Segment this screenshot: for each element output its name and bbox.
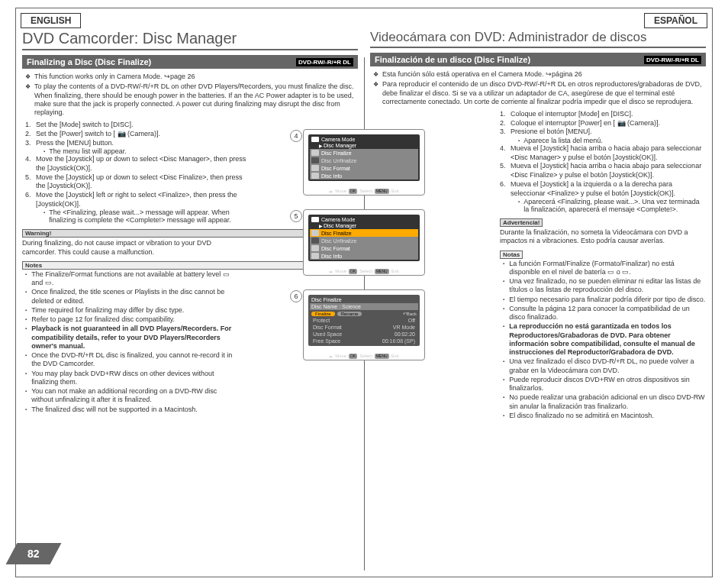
step4-en: Move the [Joystick] up or down to select… <box>36 155 246 173</box>
osd-screen-5: 5 Camera Mode Disc Manager Disc Finalize… <box>303 209 425 276</box>
note7-en: You may play back DVD+RW discs on other … <box>31 370 239 387</box>
step5-en: Move the [Joystick] up or down to select… <box>36 173 246 191</box>
intro-1-en: This function works only in Camera Mode.… <box>34 73 195 81</box>
callout-4: 4 <box>290 130 302 142</box>
camera-icon <box>311 217 319 222</box>
language-header: ENGLISH ESPAÑOL <box>16 8 712 30</box>
step2-es: Coloque el interruptor [Power] en [ 📷 (C… <box>511 119 660 128</box>
osd-finalize-head: Disc Finalize <box>310 296 418 303</box>
osd-screen-4: 4 Camera Mode Disc Manager Disc Finalize… <box>303 129 425 196</box>
osd-btn-finalize: Finalize <box>311 312 335 316</box>
step2-en: Set the [Power] switch to [ 📷 (Camera)]. <box>36 130 160 139</box>
intro-2-en: To play the contents of a DVD-RW/-R/+R D… <box>34 82 358 117</box>
note9-es: El disco finalizado no se admitirá en Ma… <box>509 412 654 420</box>
page-number: 82 <box>27 548 40 560</box>
note2-en: Once finalized, the title scenes or Play… <box>31 288 239 305</box>
lang-spanish: ESPAÑOL <box>644 13 707 28</box>
warning-text-en: During finalizing, do not cause impact o… <box>22 239 236 257</box>
section-bar-es: Finalización de un disco (Disc Finalize)… <box>370 53 706 66</box>
manual-page: ENGLISH ESPAÑOL DVD Camcorder: Disc Mana… <box>15 8 713 577</box>
note4-en: Refer to page 12 for finalized disc comp… <box>31 315 175 324</box>
osd-btn-back: ↶Back <box>403 311 417 316</box>
osd-stack: 4 Camera Mode Disc Manager Disc Finalize… <box>303 129 425 360</box>
note3-es: El tiempo necesario para finalizar podrí… <box>509 296 705 304</box>
intro-2-es: Para reproducir el contenido de un disco… <box>382 80 706 106</box>
step6sub-es: Aparecerá <Finalizing, please wait...>. … <box>523 198 706 213</box>
osd-disc-name: Disc Name : Science <box>310 303 418 310</box>
osd-item-format: Disc Format <box>321 166 350 171</box>
osd-btn-rename: Rename <box>337 312 362 316</box>
warning-text-es: Durante la finalización, no someta la Vi… <box>500 228 706 246</box>
section-title-es: Finalización de un disco (Disc Finalize) <box>375 55 530 64</box>
note7-es: Puede reproducir discos DVD+RW en otros … <box>509 376 706 393</box>
note5-en: Playback is not guaranteed in all DVD Pl… <box>31 325 231 350</box>
note9-en: The finalized disc will not be supported… <box>31 406 198 414</box>
osd-item-info: Disc Info <box>321 173 342 179</box>
osd-heading: Disc Manager <box>310 143 418 149</box>
disc-type-badge: DVD-RW/-R/+R DL <box>296 58 353 66</box>
note3-en: Time required for finalizing may differ … <box>31 306 184 315</box>
section-bar-en: Finalizing a Disc (Disc Finalize) DVD-RW… <box>22 55 358 69</box>
page-title-en: DVD Camcorder: Disc Manager <box>22 30 358 50</box>
callout-5: 5 <box>290 210 302 222</box>
note1-en: The Finalize/Format functions are not av… <box>31 270 239 288</box>
page-title-es: Videocámara con DVD: Administrador de di… <box>370 30 706 48</box>
note6-en: Once the DVD-R/+R DL disc is finalized, … <box>31 351 239 369</box>
note2-es: Una vez finalizado, no se pueden elimina… <box>509 277 706 295</box>
osd-screen-6: 6 Disc Finalize Disc Name : Science Fina… <box>303 289 425 360</box>
camera-icon <box>311 137 319 142</box>
step3-en: Press the [MENU] button. <box>36 139 114 148</box>
step6sub-en: The <Finalizing, please wait...> message… <box>49 208 246 224</box>
note8-en: You can not make an additional recording… <box>31 387 239 405</box>
lang-english: ENGLISH <box>21 13 81 28</box>
osd-item-unfinalize: Disc Unfinalize <box>321 158 356 163</box>
step6-es: Mueva el [Joystick] a la izquierda o a l… <box>511 180 706 198</box>
notes-label-es: Notas <box>500 250 523 259</box>
section-title-en: Finalizing a Disc (Disc Finalize) <box>27 57 151 66</box>
note1-es: La función Format/Finalize (Formato/Fina… <box>509 260 706 277</box>
warning-label-es: Advertencia! <box>500 218 543 227</box>
page-number-flag: 82 <box>11 543 56 564</box>
intro-1-es: Esta función sólo está operativa en el C… <box>382 70 582 79</box>
note6-es: Una vez finalizado el disco DVD-R/+R DL,… <box>509 357 706 375</box>
note8-es: No puede realizar una grabación adiciona… <box>509 393 706 411</box>
callout-6: 6 <box>290 290 302 302</box>
step1-es: Coloque el interruptor [Mode] en [DISC]. <box>511 110 633 119</box>
step3sub-es: Aparece la lista del menú. <box>523 137 603 144</box>
disc-type-badge-es: DVD-RW/-R/+R DL <box>644 56 701 64</box>
osd-item-finalize: Disc Finalize <box>321 150 352 156</box>
step1-en: Set the [Mode] switch to [DISC]. <box>36 121 134 130</box>
step5-es: Mueva el [Joystick] hacia arriba o hacia… <box>511 162 706 179</box>
note4-es: Consulte la página 12 para conocer la co… <box>509 305 706 322</box>
step4-es: Mueva el [Joystick] hacia arriba o hacia… <box>511 144 706 162</box>
step3-es: Presione el botón [MENU]. <box>511 128 592 137</box>
note5-es: La reproducción no está garantizada en t… <box>509 322 695 356</box>
step3sub-en: The menu list will appear. <box>49 147 127 155</box>
step6-en: Move the [Joystick] left or right to sel… <box>36 191 246 208</box>
